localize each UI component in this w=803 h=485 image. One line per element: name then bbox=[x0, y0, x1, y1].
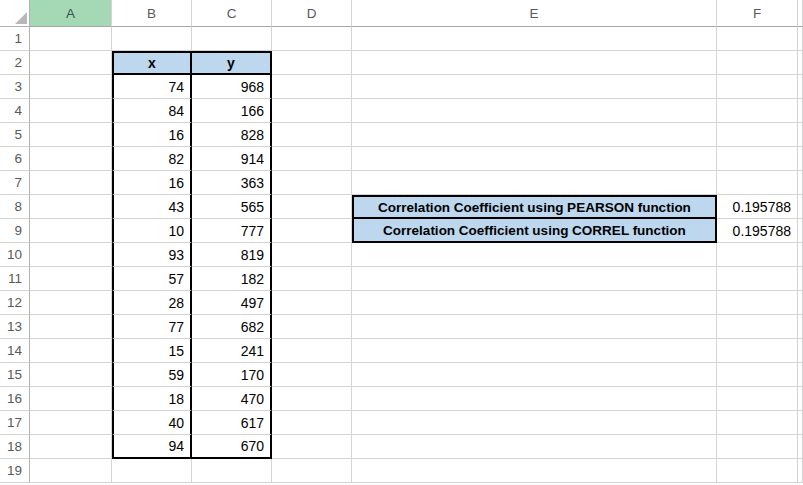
cell-C3[interactable]: 968 bbox=[192, 75, 272, 99]
cell-C2[interactable]: y bbox=[192, 51, 272, 75]
cell-B12[interactable]: 28 bbox=[112, 291, 192, 315]
cell-E2[interactable] bbox=[352, 51, 717, 75]
cell-E7[interactable] bbox=[352, 171, 717, 195]
cell-F5[interactable] bbox=[717, 123, 798, 147]
cell-A17[interactable] bbox=[30, 411, 112, 435]
row-header-10[interactable]: 10 bbox=[0, 243, 30, 267]
cell-C7[interactable]: 363 bbox=[192, 171, 272, 195]
cell-F7[interactable] bbox=[717, 171, 798, 195]
cell-B18[interactable]: 94 bbox=[112, 435, 192, 459]
cell-E4[interactable] bbox=[352, 99, 717, 123]
cell-C12[interactable]: 497 bbox=[192, 291, 272, 315]
cell-A11[interactable] bbox=[30, 267, 112, 291]
cell-G15[interactable] bbox=[798, 363, 803, 387]
cell-D8[interactable] bbox=[272, 195, 352, 219]
cell-F2[interactable] bbox=[717, 51, 798, 75]
cell-B6[interactable]: 82 bbox=[112, 147, 192, 171]
cell-E18[interactable] bbox=[352, 435, 717, 459]
cell-C15[interactable]: 170 bbox=[192, 363, 272, 387]
cell-E5[interactable] bbox=[352, 123, 717, 147]
cell-F19[interactable] bbox=[717, 459, 798, 483]
cell-G5[interactable] bbox=[798, 123, 803, 147]
cell-B1[interactable] bbox=[112, 27, 192, 51]
cell-F4[interactable] bbox=[717, 99, 798, 123]
row-header-2[interactable]: 2 bbox=[0, 51, 30, 75]
row-header-5[interactable]: 5 bbox=[0, 123, 30, 147]
cell-A12[interactable] bbox=[30, 291, 112, 315]
cell-F14[interactable] bbox=[717, 339, 798, 363]
cell-A5[interactable] bbox=[30, 123, 112, 147]
cell-E1[interactable] bbox=[352, 27, 717, 51]
cell-E9[interactable]: Correlation Coefficient using CORREL fun… bbox=[352, 219, 717, 243]
cell-E13[interactable] bbox=[352, 315, 717, 339]
cell-A14[interactable] bbox=[30, 339, 112, 363]
cell-B5[interactable]: 16 bbox=[112, 123, 192, 147]
cell-D11[interactable] bbox=[272, 267, 352, 291]
cell-C6[interactable]: 914 bbox=[192, 147, 272, 171]
cell-F11[interactable] bbox=[717, 267, 798, 291]
cell-A15[interactable] bbox=[30, 363, 112, 387]
cell-A18[interactable] bbox=[30, 435, 112, 459]
row-header-12[interactable]: 12 bbox=[0, 291, 30, 315]
cell-F1[interactable] bbox=[717, 27, 798, 51]
cell-C16[interactable]: 470 bbox=[192, 387, 272, 411]
cell-D5[interactable] bbox=[272, 123, 352, 147]
cell-A16[interactable] bbox=[30, 387, 112, 411]
cell-D18[interactable] bbox=[272, 435, 352, 459]
row-header-11[interactable]: 11 bbox=[0, 267, 30, 291]
cell-E11[interactable] bbox=[352, 267, 717, 291]
cell-C9[interactable]: 777 bbox=[192, 219, 272, 243]
row-header-13[interactable]: 13 bbox=[0, 315, 30, 339]
cell-D17[interactable] bbox=[272, 411, 352, 435]
cell-C18[interactable]: 670 bbox=[192, 435, 272, 459]
cell-E12[interactable] bbox=[352, 291, 717, 315]
cell-G7[interactable] bbox=[798, 171, 803, 195]
cell-F9[interactable]: 0.195788 bbox=[717, 219, 798, 243]
cell-B4[interactable]: 84 bbox=[112, 99, 192, 123]
cell-F17[interactable] bbox=[717, 411, 798, 435]
cell-C8[interactable]: 565 bbox=[192, 195, 272, 219]
cell-E6[interactable] bbox=[352, 147, 717, 171]
cell-F16[interactable] bbox=[717, 387, 798, 411]
cell-A10[interactable] bbox=[30, 243, 112, 267]
cell-G9[interactable] bbox=[798, 219, 803, 243]
cell-D6[interactable] bbox=[272, 147, 352, 171]
cell-C19[interactable] bbox=[192, 459, 272, 483]
cell-B15[interactable]: 59 bbox=[112, 363, 192, 387]
cell-F8[interactable]: 0.195788 bbox=[717, 195, 798, 219]
row-header-4[interactable]: 4 bbox=[0, 99, 30, 123]
cell-A2[interactable] bbox=[30, 51, 112, 75]
column-header-B[interactable]: B bbox=[112, 0, 192, 27]
cell-F6[interactable] bbox=[717, 147, 798, 171]
row-header-15[interactable]: 15 bbox=[0, 363, 30, 387]
cell-F3[interactable] bbox=[717, 75, 798, 99]
cell-G13[interactable] bbox=[798, 315, 803, 339]
cell-D1[interactable] bbox=[272, 27, 352, 51]
cell-C14[interactable]: 241 bbox=[192, 339, 272, 363]
cell-B13[interactable]: 77 bbox=[112, 315, 192, 339]
cell-C5[interactable]: 828 bbox=[192, 123, 272, 147]
cell-B3[interactable]: 74 bbox=[112, 75, 192, 99]
cell-G12[interactable] bbox=[798, 291, 803, 315]
cell-G17[interactable] bbox=[798, 411, 803, 435]
cell-D14[interactable] bbox=[272, 339, 352, 363]
cell-F12[interactable] bbox=[717, 291, 798, 315]
cell-C4[interactable]: 166 bbox=[192, 99, 272, 123]
cell-E10[interactable] bbox=[352, 243, 717, 267]
cell-C10[interactable]: 819 bbox=[192, 243, 272, 267]
cell-G8[interactable] bbox=[798, 195, 803, 219]
cell-G11[interactable] bbox=[798, 267, 803, 291]
cell-D7[interactable] bbox=[272, 171, 352, 195]
cell-D9[interactable] bbox=[272, 219, 352, 243]
cell-E3[interactable] bbox=[352, 75, 717, 99]
row-header-14[interactable]: 14 bbox=[0, 339, 30, 363]
cell-F13[interactable] bbox=[717, 315, 798, 339]
cell-D13[interactable] bbox=[272, 315, 352, 339]
cell-D19[interactable] bbox=[272, 459, 352, 483]
row-header-8[interactable]: 8 bbox=[0, 195, 30, 219]
cell-D2[interactable] bbox=[272, 51, 352, 75]
cell-C13[interactable]: 682 bbox=[192, 315, 272, 339]
row-header-7[interactable]: 7 bbox=[0, 171, 30, 195]
cell-F18[interactable] bbox=[717, 435, 798, 459]
cell-B9[interactable]: 10 bbox=[112, 219, 192, 243]
